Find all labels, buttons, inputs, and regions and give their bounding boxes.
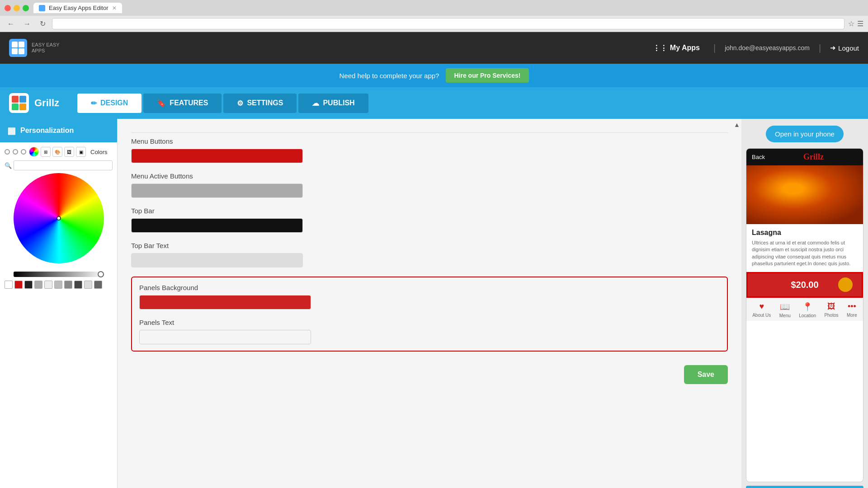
open-in-phone-button[interactable]: Open in your phone xyxy=(766,126,844,142)
swatch-white[interactable] xyxy=(5,281,13,289)
swatch-gray1[interactable] xyxy=(34,281,42,289)
phone-back-button[interactable]: Back xyxy=(752,154,765,160)
radio-1[interactable] xyxy=(5,149,10,155)
swatch-gray5[interactable] xyxy=(74,281,82,289)
top-bar-bar-container xyxy=(131,218,303,233)
radio-2[interactable] xyxy=(13,149,18,155)
nav-divider2: | xyxy=(819,43,821,53)
features-icon: 🔖 xyxy=(157,99,166,108)
color-circle-icon[interactable] xyxy=(29,147,39,157)
top-bar-label: Top Bar xyxy=(131,207,728,215)
nav-photos[interactable]: 🖼 Photos xyxy=(824,302,838,318)
nav-more[interactable]: ••• More xyxy=(847,302,857,318)
swatch-gray4[interactable] xyxy=(64,281,72,289)
menu-buttons-color-bar[interactable] xyxy=(131,149,303,163)
tab-publish[interactable]: ☁ PUBLISH xyxy=(298,94,368,113)
grid-icon: ⋮⋮ xyxy=(653,44,667,52)
nav-menu[interactable]: 📖 Menu xyxy=(779,302,791,318)
panels-text-label: Panels Text xyxy=(139,319,720,326)
about-us-label: About Us xyxy=(752,313,771,318)
top-bar-text-bar-container xyxy=(131,253,303,267)
logo-icon xyxy=(9,39,27,57)
refresh-nav-button[interactable]: ↻ xyxy=(37,19,48,29)
location-label: Location xyxy=(799,313,816,318)
promo-text: Need help to complete your app? xyxy=(339,72,439,80)
tab-features[interactable]: 🔖 FEATURES xyxy=(143,94,222,113)
header-nav: ⋮⋮ My Apps | john.doe@easyeasyapps.com |… xyxy=(648,43,859,53)
phone-content: Lasagna Ultrices at urna id et erat comm… xyxy=(746,224,863,272)
my-apps-nav-item[interactable]: ⋮⋮ My Apps xyxy=(648,44,704,52)
bookmark-icon[interactable]: ☆ xyxy=(848,19,854,28)
panels-bg-color-section: Panels Background xyxy=(139,284,720,310)
main-area: ▦ Personalization ⊞ 🎨 🖼 ▣ Colors 🔍 xyxy=(0,119,868,488)
food-name: Lasagna xyxy=(752,229,858,237)
swatch-gray3[interactable] xyxy=(54,281,62,289)
minimize-button[interactable] xyxy=(14,5,20,11)
price-bar[interactable]: $20.00 xyxy=(746,272,863,298)
price-coin-icon xyxy=(838,277,853,292)
more-label: More xyxy=(847,313,857,318)
color-swatch-icon[interactable]: ▣ xyxy=(76,147,86,157)
colors-label: Colors xyxy=(90,149,108,155)
save-button[interactable]: Save xyxy=(684,365,728,384)
browser-chrome: Easy Easy Apps Editor ✕ ← → ↻ editor.eas… xyxy=(0,0,868,32)
panels-text-bar-container xyxy=(139,330,311,344)
scroll-up-icon[interactable]: ▲ xyxy=(732,121,741,128)
close-button[interactable] xyxy=(5,5,11,11)
menu-active-buttons-color-bar[interactable] xyxy=(131,183,303,198)
tab-group: ✏ DESIGN 🔖 FEATURES ⚙ SETTINGS ☁ PUBLISH xyxy=(77,94,368,113)
app-icon xyxy=(9,93,29,113)
price-label: $20.00 xyxy=(791,280,818,290)
radio-3[interactable] xyxy=(21,149,26,155)
color-wheel[interactable] xyxy=(14,173,104,263)
back-nav-button[interactable]: ← xyxy=(5,19,17,29)
swatch-black[interactable] xyxy=(24,281,33,289)
maximize-button[interactable] xyxy=(23,5,29,11)
nav-location[interactable]: 📍 Location xyxy=(799,302,816,318)
swatch-gray6[interactable] xyxy=(84,281,92,289)
color-search-input[interactable] xyxy=(14,160,113,170)
tab-settings[interactable]: ⚙ SETTINGS xyxy=(223,94,297,113)
phone-app-title: Grillz xyxy=(803,152,824,162)
color-palette-icon[interactable]: 🎨 xyxy=(52,147,62,157)
top-bar-section: Top Bar xyxy=(131,207,728,233)
app-name-block: Grillz xyxy=(9,93,59,113)
address-bar[interactable]: editor.easyeasyapps.net/#DesignPlace:edi… xyxy=(52,18,844,29)
swatch-red[interactable] xyxy=(14,281,23,289)
slider-handle[interactable] xyxy=(98,271,104,277)
color-grid-icon[interactable]: ⊞ xyxy=(41,147,51,157)
forward-nav-button[interactable]: → xyxy=(21,19,33,29)
panels-text-color-bar[interactable] xyxy=(139,330,311,344)
app-logo: EASY EASY APPS xyxy=(9,39,60,57)
color-swatches xyxy=(5,281,113,289)
swatch-gray7[interactable] xyxy=(94,281,102,289)
logout-button[interactable]: ➜ Logout xyxy=(830,44,859,52)
menu-buttons-label: Menu Buttons xyxy=(131,137,728,145)
phone-bottom-nav: ♥ About Us 📖 Menu 📍 Location 🖼 Photos ••… xyxy=(746,298,863,321)
tab-design[interactable]: ✏ DESIGN xyxy=(77,94,142,113)
app-header: EASY EASY APPS ⋮⋮ My Apps | john.doe@eas… xyxy=(0,32,868,64)
brightness-slider[interactable] xyxy=(14,272,104,277)
swatch-gray2[interactable] xyxy=(44,281,52,289)
phone-food-image xyxy=(746,165,863,224)
pro-services-button[interactable]: Hire our Pro Services! xyxy=(446,68,528,83)
color-image-icon[interactable]: 🖼 xyxy=(64,147,74,157)
top-bar-text-color-bar[interactable] xyxy=(131,253,303,267)
top-bar-text-label: Top Bar Text xyxy=(131,242,728,249)
logo-text: EASY EASY APPS xyxy=(32,42,60,54)
app-subheader: Grillz ✏ DESIGN 🔖 FEATURES ⚙ SETTINGS ☁ … xyxy=(0,87,868,119)
save-row: Save xyxy=(131,361,728,389)
color-picker-dot xyxy=(57,216,61,221)
personalization-header: ▦ Personalization xyxy=(0,119,117,142)
panels-bg-color-bar[interactable] xyxy=(139,295,311,310)
app-name: Grillz xyxy=(34,97,59,109)
browser-tab[interactable]: Easy Easy Apps Editor ✕ xyxy=(33,3,122,13)
tab-close-icon[interactable]: ✕ xyxy=(112,5,117,11)
menu-active-buttons-label: Menu Active Buttons xyxy=(131,172,728,180)
menu-icon[interactable]: ☰ xyxy=(857,19,863,28)
nav-about-us[interactable]: ♥ About Us xyxy=(752,302,771,318)
top-bar-color-bar[interactable] xyxy=(131,218,303,233)
promo-bar: Need help to complete your app? Hire our… xyxy=(0,64,868,87)
color-wheel-container[interactable] xyxy=(11,173,106,268)
personalization-icon: ▦ xyxy=(7,125,16,136)
